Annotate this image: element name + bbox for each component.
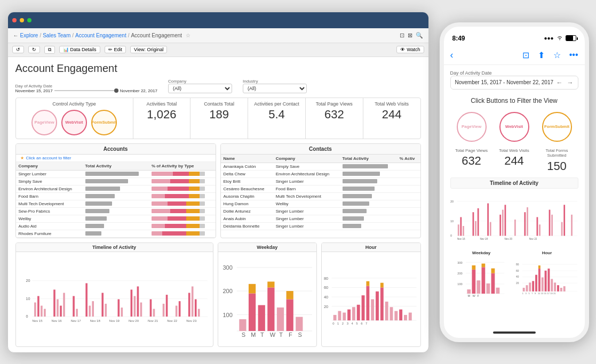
maximize-dot[interactable] [27,18,31,22]
view-original-button[interactable]: View: Original [130,46,167,53]
svg-rect-169 [532,281,534,292]
svg-text:Nov 22: Nov 22 [529,238,537,240]
table-row[interactable]: Eloy BrittSinger Lumber [221,177,420,185]
eye-icon: 👁 [400,47,405,52]
table-row[interactable]: Ausonia ChaplinMulti Tech Development [221,192,420,200]
svg-text:F: F [477,294,479,297]
phone-hour-title: Hour [516,250,578,255]
phone-more-icon[interactable]: ••• [569,50,578,60]
back-icon[interactable]: ← [13,33,19,38]
accounts-note: ★ Click an account to filter [16,155,216,162]
pill-pageview[interactable]: PageView [31,110,57,135]
undo-button[interactable]: ↺ [12,46,24,53]
table-row[interactable]: Amankaya ColónSimply Save [221,163,420,170]
phone-filter-title: Click Buttons to Filter the View [450,94,578,108]
svg-text:T: T [279,331,283,338]
edit-button[interactable]: ✏ Edit [105,46,126,53]
svg-text:40: 40 [324,295,328,300]
table-row[interactable]: Environ Architectural Design [16,185,216,192]
svg-text:S: S [241,331,245,338]
pill-formsubmit[interactable]: FormSubmit [91,110,117,135]
svg-text:Nov 16: Nov 16 [51,319,62,322]
redo-button[interactable]: ↻ [28,46,40,53]
table-row[interactable]: Singer Lumber [16,170,216,177]
svg-rect-7 [37,296,39,317]
table-row[interactable]: Deidamia BonnetteSinger Lumber [221,222,420,230]
phone-home-indicator [444,327,585,338]
table-row[interactable]: Anais AubinSinger Lumber [221,215,420,222]
svg-text:15: 15 [544,292,546,294]
svg-rect-81 [343,312,346,320]
company-select[interactable]: (All) [168,84,232,93]
svg-rect-149 [481,263,485,267]
filter-link-text[interactable]: Click an account to filter [26,156,71,160]
prev-arrow-icon[interactable]: ← [557,79,563,86]
pill-webvisit[interactable]: WebVisit [61,110,87,135]
breadcrumb-account-engagement-link[interactable]: Account Engagement [75,33,126,38]
minimize-dot[interactable] [20,18,24,22]
star-icon[interactable]: ☆ [186,33,190,38]
table-row[interactable]: Audio Aid [16,222,216,230]
svg-text:7: 7 [365,321,367,325]
next-arrow-icon[interactable]: → [567,79,574,86]
svg-rect-88 [371,299,374,320]
hour-svg: 80 60 40 20 [324,254,418,344]
svg-rect-151 [491,273,495,293]
search-icon[interactable]: 🔍 [416,32,423,39]
phone-pill-webvisit[interactable]: WebVisit [499,112,529,142]
svg-rect-175 [547,269,550,292]
watch-button[interactable]: 👁 Watch [396,46,424,53]
svg-rect-130 [561,222,562,236]
phone-status-bar: 8:49 ●●● [444,27,585,46]
day-start-value: November 15, 2017 [15,88,53,93]
svg-rect-20 [105,303,107,316]
breadcrumb-sales-team[interactable]: Sales Team [43,33,70,38]
table-row[interactable]: Wellby [16,215,216,222]
table-row[interactable]: Multi Tech Development [16,200,216,207]
phone-date-label: Day of Activity Date [450,70,578,76]
page-title: Account Engagement [15,62,421,75]
table-row[interactable]: Sew-Pro Fabrics [16,207,216,215]
svg-rect-56 [258,305,265,331]
phone-book-icon[interactable]: ⊡ [522,50,529,60]
share-icon[interactable]: ⊠ [408,32,412,39]
svg-text:20: 20 [324,304,328,309]
table-row[interactable]: Rhodes Furniture [16,230,216,237]
timeline-chart-title: Timeline of Activity [16,243,213,252]
breadcrumb-explore[interactable]: Explore [20,33,38,38]
svg-rect-114 [463,226,464,236]
table-row[interactable]: Delta ChewEnviron Architectural Design [221,170,420,177]
svg-rect-150 [486,283,490,293]
hour-chart-title: Hour [322,243,420,252]
svg-rect-94 [394,311,398,320]
industry-select[interactable]: (All) [243,84,307,93]
table-row[interactable]: Hung DamonWellby [221,200,420,207]
back-button[interactable]: ‹ [450,50,454,61]
close-dot[interactable] [12,18,17,22]
phone-metric-webvisits: Total Web Visits 244 [493,148,536,173]
data-details-button[interactable]: 📊 Data Details [59,46,100,53]
svg-text:7: 7 [531,292,533,294]
table-row[interactable]: Food Barn [16,192,216,200]
svg-text:W: W [472,294,475,297]
phone-pill-formsubmit[interactable]: FormSubmit [542,112,572,142]
copy-button[interactable]: ⧉ [44,46,55,54]
svg-text:60: 60 [324,285,328,290]
svg-rect-116 [475,221,476,236]
stats-row: Control Activity Type PageView WebVisit … [15,98,421,139]
table-row[interactable]: Dollie AntunezSinger Lumber [221,207,420,215]
phone-share-icon[interactable]: ⬆ [538,50,545,60]
phone-pill-pageview[interactable]: PageView [457,112,487,142]
copy-icon[interactable]: ⊡ [400,32,404,39]
tablet-device: ← Explore / Sales Team / Account Engagem… [7,12,429,353]
svg-rect-170 [535,274,537,291]
filter-row: Day of Activity Date November 15, 2017 N… [15,79,421,93]
date-arrows[interactable]: ← → [557,79,574,86]
day-slider[interactable] [54,90,118,91]
svg-rect-58 [267,281,274,287]
phone-star-icon[interactable]: ☆ [553,50,561,60]
table-row[interactable]: Cesáreo BeauchesneFood Barn [221,185,420,192]
svg-rect-173 [541,277,543,291]
phone-pill-section: PageView WebVisit FormSubmit [450,112,578,142]
table-row[interactable]: Simply Save [16,177,216,185]
